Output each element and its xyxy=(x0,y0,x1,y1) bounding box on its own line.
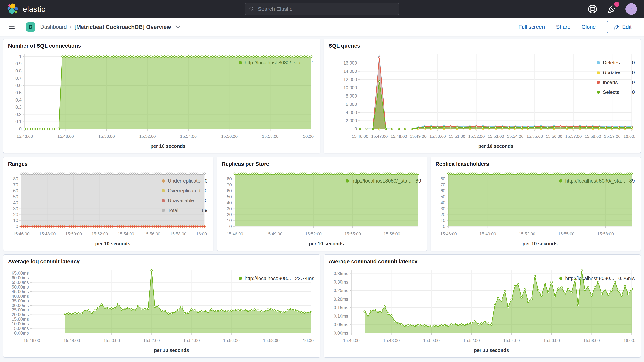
x-tick-label: 15:50:00 xyxy=(65,232,82,236)
hamburger-icon xyxy=(8,24,15,30)
search-input[interactable] xyxy=(258,6,395,12)
chart-average-log-commit-latency[interactable]: 65.00ms60.00ms55.00ms50.00ms45.00ms40.00… xyxy=(8,266,239,355)
x-tick-label: 15:51:00 xyxy=(449,134,465,139)
x-tick-label: 15:48:00 xyxy=(64,338,80,343)
whats-new-button[interactable] xyxy=(606,4,617,14)
y-tick-label: 35.00ms xyxy=(12,298,29,304)
y-tick-label: 40 xyxy=(440,200,446,205)
x-tick-label: 15:48:00 xyxy=(39,232,56,236)
x-tick-label: 15:52:00 xyxy=(92,232,108,236)
series-http-localhost-8080-stat- xyxy=(24,56,312,130)
y-tick-label: 15.00ms xyxy=(12,317,29,322)
clone-button[interactable]: Clone xyxy=(582,24,596,30)
y-tick-label: 50.00ms xyxy=(12,284,29,290)
y-tick-label: 0.3 xyxy=(16,105,22,110)
chart-canvas: 10.90.80.70.60.50.40.30.20.1015:46:0015:… xyxy=(8,50,314,150)
space-badge[interactable]: D xyxy=(26,22,35,32)
x-axis-title: per 10 seconds xyxy=(95,241,130,246)
y-tick-label: 10 xyxy=(440,218,446,223)
space-initial: D xyxy=(29,24,32,30)
chart-replicas-per-store[interactable]: 8070605040302010015:46:0015:49:0015:52:0… xyxy=(221,168,346,248)
series-http-localhost-8080- xyxy=(364,269,632,333)
x-tick-label: 15:55:00 xyxy=(558,232,574,236)
y-tick-label: 10.00ms xyxy=(12,321,29,326)
y-tick-label: 60 xyxy=(440,188,446,193)
y-tick-label: 0.15ms xyxy=(334,305,348,310)
chart-number-of-sql-connections[interactable]: 10.90.80.70.60.50.40.30.20.1015:46:0015:… xyxy=(8,50,239,150)
title-menu-button[interactable] xyxy=(175,26,180,28)
x-tick-label: 15:53:00 xyxy=(488,134,504,139)
y-tick-label: 80 xyxy=(440,176,446,182)
y-tick-label: 65.00ms xyxy=(12,271,29,276)
x-tick-label: 15:50:00 xyxy=(98,134,115,139)
y-tick-label: 80 xyxy=(227,176,232,182)
y-tick-label: 50 xyxy=(440,194,446,199)
brand-text: elastic xyxy=(23,5,45,14)
y-tick-label: 30 xyxy=(227,206,232,211)
y-tick-label: 20 xyxy=(440,212,446,217)
x-tick-label: 15:56:00 xyxy=(144,232,160,236)
chart-average-command-commit-latency[interactable]: 0.35ms0.30ms0.25ms0.20ms0.15ms0.10ms0.05… xyxy=(328,266,559,355)
avatar-initial: r xyxy=(630,6,632,12)
y-tick-label: 12,000 xyxy=(344,77,357,82)
y-tick-label: 60 xyxy=(13,188,18,193)
x-axis-title: per 10 seconds xyxy=(478,144,513,149)
share-button[interactable]: Share xyxy=(556,24,570,30)
y-tick-label: 2,000 xyxy=(346,118,357,123)
breadcrumb-separator: / xyxy=(70,24,71,30)
user-avatar[interactable]: r xyxy=(626,3,637,15)
chart-ranges[interactable]: 8070605040302010015:46:0015:48:0015:50:0… xyxy=(8,168,162,248)
menu-button[interactable] xyxy=(6,22,18,32)
full-screen-button[interactable]: Full screen xyxy=(518,24,545,30)
chart-sql-queries[interactable]: 16,00014,00012,00010,0008,0006,0004,0002… xyxy=(328,50,597,150)
y-tick-label: 0 xyxy=(19,126,22,132)
help-button[interactable] xyxy=(587,4,598,14)
panel-replicas-per-store: Replicas per Store 8070605040302010015:4… xyxy=(217,157,427,251)
x-tick-label: 15:46:00 xyxy=(13,232,30,236)
y-tick-label: 0.4 xyxy=(16,98,22,102)
x-tick-label: 16:00:00 xyxy=(623,134,635,139)
y-tick-label: 0.1 xyxy=(16,119,22,124)
x-tick-label: 15:49:00 xyxy=(410,134,426,139)
x-tick-label: 15:48:00 xyxy=(391,134,407,139)
x-tick-label: 15:58:00 xyxy=(170,232,186,236)
y-tick-label: 0 xyxy=(443,224,446,229)
x-tick-label: 15:56:00 xyxy=(221,134,238,139)
x-tick-label: 16:00:00 xyxy=(196,232,208,236)
y-tick-label: 0.30ms xyxy=(334,280,348,284)
y-tick-label: 0.25ms xyxy=(334,288,348,293)
x-axis-title: per 10 seconds xyxy=(150,144,186,149)
x-tick-label: 15:54:00 xyxy=(183,338,200,343)
y-tick-label: 20.00ms xyxy=(12,312,29,317)
y-tick-label: 10,000 xyxy=(344,85,357,90)
x-tick-label: 16:00:00 xyxy=(303,134,314,139)
breadcrumb-dashboard-link[interactable]: Dashboard xyxy=(40,24,67,30)
series-unavailable xyxy=(20,226,205,228)
y-tick-label: 50 xyxy=(227,194,232,199)
global-search[interactable] xyxy=(245,3,399,15)
y-tick-label: 16,000 xyxy=(344,60,357,66)
y-tick-label: 40 xyxy=(13,200,18,205)
x-tick-label: 15:55:00 xyxy=(344,232,361,236)
pencil-icon xyxy=(614,24,620,30)
y-tick-label: 70 xyxy=(13,182,18,187)
y-tick-label: 20 xyxy=(227,212,232,217)
y-tick-label: 20 xyxy=(13,212,18,217)
chart-replica-leaseholders[interactable]: 8070605040302010015:46:0015:49:0015:52:0… xyxy=(435,168,559,248)
elastic-logo[interactable]: elastic xyxy=(7,3,45,15)
elastic-logo-icon xyxy=(7,3,19,15)
x-tick-label: 16:00:00 xyxy=(303,338,314,343)
y-tick-label: 30 xyxy=(13,206,18,211)
x-tick-label: 15:46:00 xyxy=(343,338,360,343)
edit-button[interactable]: Edit xyxy=(607,21,638,33)
x-tick-label: 15:54:00 xyxy=(180,134,197,139)
x-tick-label: 15:58:00 xyxy=(597,232,614,236)
x-tick-label: 15:59:00 xyxy=(604,134,621,139)
y-tick-label: 0 xyxy=(229,224,232,229)
y-tick-label: 0.5 xyxy=(16,90,22,95)
y-tick-label: 0.00ms xyxy=(334,330,348,336)
x-tick-label: 15:58:00 xyxy=(263,338,280,343)
x-tick-label: 15:55:00 xyxy=(526,134,543,139)
y-tick-label: 0.05ms xyxy=(334,322,348,327)
chart-canvas: 65.00ms60.00ms55.00ms50.00ms45.00ms40.00… xyxy=(8,266,314,355)
